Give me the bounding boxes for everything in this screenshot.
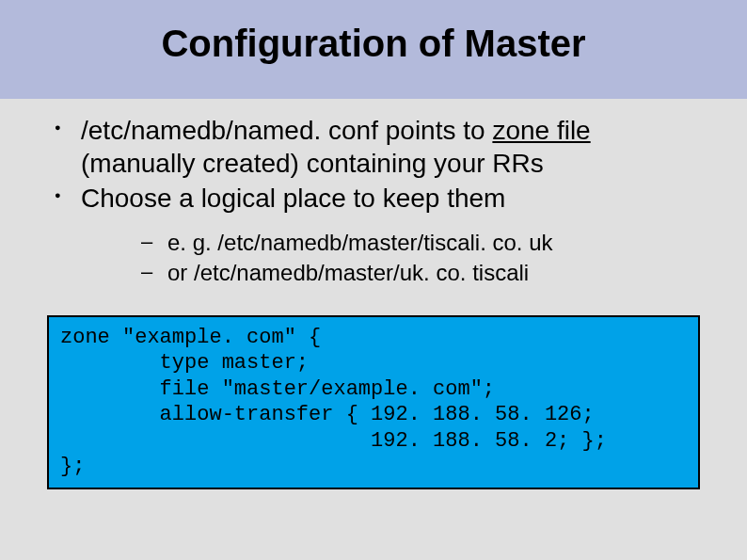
code-block: zone "example. com" { type master; file … <box>47 315 700 489</box>
sub-bullet-1: e. g. /etc/namedb/master/tiscali. co. uk <box>141 228 700 258</box>
slide-title: Configuration of Master <box>0 23 747 65</box>
bullet-item-1: /etc/namedb/named. conf points to zone f… <box>47 114 700 180</box>
sub-bullet-1-text: e. g. /etc/namedb/master/tiscali. co. uk <box>167 230 553 255</box>
bullet-1-text-a: /etc/namedb/named. conf points to <box>81 116 492 145</box>
bullet-2-text: Choose a logical place to keep them <box>81 184 505 213</box>
sub-bullet-2-text: or /etc/namedb/master/uk. co. tiscali <box>167 260 529 285</box>
content-area: /etc/namedb/named. conf points to zone f… <box>0 99 747 289</box>
title-bar: Configuration of Master <box>0 0 747 99</box>
sub-bullet-list: e. g. /etc/namedb/master/tiscali. co. uk… <box>81 228 700 289</box>
main-bullet-list: /etc/namedb/named. conf points to zone f… <box>47 114 700 289</box>
bullet-item-2: Choose a logical place to keep them e. g… <box>47 182 700 289</box>
sub-bullet-2: or /etc/namedb/master/uk. co. tiscali <box>141 258 700 288</box>
bullet-1-underline: zone file <box>492 116 590 145</box>
bullet-1-text-b: (manually created) containing your RRs <box>81 149 544 178</box>
slide: Configuration of Master /etc/namedb/name… <box>0 0 747 560</box>
